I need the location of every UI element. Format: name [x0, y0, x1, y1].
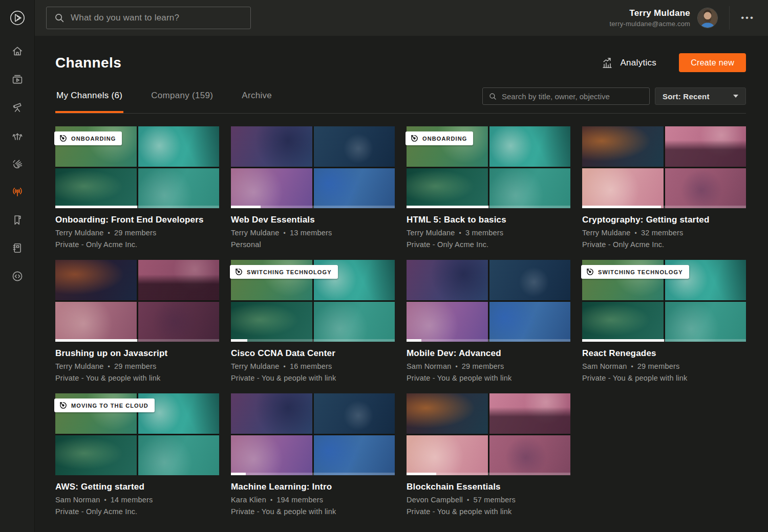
thumb-tile [665, 126, 746, 167]
channel-title: Onboarding: Front End Developers [55, 215, 219, 225]
thumb-tile [407, 168, 488, 209]
thumb-tile [138, 126, 220, 167]
global-search-input[interactable] [71, 13, 243, 23]
hand-icon [11, 158, 24, 170]
sidebar-item-channels[interactable] [7, 185, 28, 199]
thumb-tile [138, 168, 220, 209]
channel-title: AWS: Getting started [55, 482, 219, 492]
channel-card[interactable]: Machine Learning: Intro Kara Klien•194 m… [231, 393, 395, 516]
channel-card[interactable]: ONBOARDING HTML 5: Back to basics Terry … [407, 126, 570, 249]
channel-title: Cryptography: Getting started [582, 215, 746, 225]
tabs-row: My Channels (6) Company (159) Archive So… [55, 87, 746, 114]
thumb-tile [665, 302, 746, 342]
thumb-tile [314, 393, 395, 434]
thumb-tile [489, 168, 571, 209]
analytics-link[interactable]: Analytics [601, 57, 656, 69]
progress-bar [55, 339, 219, 342]
progress-fill [407, 206, 488, 208]
create-new-button[interactable]: Create new [679, 53, 746, 72]
channel-thumbnail [407, 260, 570, 342]
sidebar-item-home[interactable] [7, 44, 28, 58]
channel-card[interactable]: Cryptography: Getting started Terry Muld… [582, 126, 746, 249]
goal-icon [410, 134, 419, 143]
global-search[interactable] [46, 7, 251, 29]
channel-card[interactable]: Mobile Dev: Advanced Sam Norman•29 membe… [407, 260, 570, 382]
progress-fill [407, 339, 421, 342]
thumb-tile [407, 435, 488, 476]
thumb-tile [314, 168, 395, 209]
channel-title: Brushing up on Javascript [55, 348, 219, 359]
page-header: Channels Analytics Create new [55, 53, 746, 72]
channel-owner-members: Devon Campbell•57 members [407, 496, 570, 504]
sidebar-item-labs[interactable] [7, 157, 28, 171]
right-column: Terry Muldane terry-muldane@acme.com ••• [35, 0, 768, 532]
channel-thumbnail: MOVING TO THE CLOUD [55, 393, 219, 475]
channel-privacy: Private - You & people with link [55, 374, 219, 382]
sidebar-item-bookmarks[interactable] [7, 213, 28, 227]
avatar-image [698, 8, 718, 28]
progress-fill [407, 473, 436, 475]
channel-card[interactable]: SWITCHING TECHNOLOGY React Renegades Sam… [582, 260, 746, 382]
sidebar-item-paths[interactable] [7, 128, 28, 143]
progress-fill [582, 206, 661, 208]
sidebar-item-courses[interactable] [7, 72, 28, 86]
channel-title: Machine Learning: Intro [231, 482, 395, 492]
channel-card[interactable]: SWITCHING TECHNOLOGY Cisco CCNA Data Cen… [231, 260, 395, 382]
sort-dropdown[interactable]: Sort: Recent [655, 87, 746, 105]
channel-search[interactable] [482, 87, 650, 105]
progress-bar [407, 339, 570, 342]
thumb-tile [55, 168, 137, 209]
channel-privacy: Private - You & people with link [407, 374, 570, 382]
progress-fill [231, 206, 261, 208]
thumb-tile [407, 393, 488, 434]
channel-badge: MOVING TO THE CLOUD [54, 398, 155, 412]
channel-thumbnail [231, 393, 395, 475]
channel-badge: SWITCHING TECHNOLOGY [581, 265, 689, 279]
sidebar-item-notes[interactable] [7, 241, 28, 255]
channel-title: Blockchain Essentials [407, 482, 570, 492]
avatar[interactable] [697, 8, 718, 28]
progress-fill [231, 339, 247, 342]
channel-privacy: Private - You & people with link [231, 507, 395, 516]
channel-card[interactable]: ONBOARDING Onboarding: Front End Develop… [55, 126, 219, 249]
channel-card[interactable]: Brushing up on Javascript Terry Muldane•… [55, 260, 219, 382]
app-logo[interactable] [0, 0, 34, 36]
channel-owner-members: Sam Norman•14 members [55, 496, 219, 504]
sidebar-item-code[interactable] [7, 269, 28, 283]
channel-privacy: Private - You & people with link [582, 374, 746, 382]
channel-card[interactable]: Web Dev Essentials Terry Muldane•13 memb… [231, 126, 395, 249]
notebook-icon [11, 242, 24, 254]
progress-bar [231, 339, 395, 342]
tab-archive[interactable]: Archive [241, 88, 273, 112]
progress-bar [231, 473, 395, 475]
progress-bar [407, 206, 570, 208]
thumb-tile [55, 435, 137, 476]
thumb-tile [489, 435, 571, 476]
channel-card[interactable]: MOVING TO THE CLOUD AWS: Getting started… [55, 393, 219, 516]
analytics-label: Analytics [620, 58, 656, 68]
sidebar-item-skill-iq[interactable] [7, 100, 28, 115]
goal-icon [586, 268, 594, 276]
channel-card[interactable]: Blockchain Essentials Devon Campbell•57 … [407, 393, 570, 516]
thumb-tile [489, 302, 571, 342]
channel-owner-members: Terry Muldane•29 members [55, 229, 219, 237]
thumb-tile [231, 302, 312, 342]
thumb-tile [138, 435, 220, 476]
channel-thumbnail: ONBOARDING [55, 126, 219, 208]
channel-privacy: Private - Only Acme Inc. [407, 240, 570, 249]
thumb-tile [138, 260, 220, 300]
channels-grid: ONBOARDING Onboarding: Front End Develop… [55, 126, 746, 516]
thumb-tile [231, 393, 312, 434]
tab-company[interactable]: Company (159) [150, 88, 214, 112]
goal-icon [59, 401, 68, 410]
channel-owner-members: Terry Muldane•32 members [582, 229, 746, 237]
more-menu-icon[interactable]: ••• [739, 10, 757, 26]
thumb-tile [582, 302, 664, 342]
tab-my-channels[interactable]: My Channels (6) [55, 88, 123, 112]
sidebar [0, 0, 35, 532]
header-actions: Analytics Create new [601, 53, 746, 72]
sidebar-nav [7, 44, 28, 283]
channel-search-input[interactable] [502, 92, 644, 101]
thumb-tile [407, 260, 488, 300]
main-content: Channels Analytics Create new [35, 36, 768, 532]
